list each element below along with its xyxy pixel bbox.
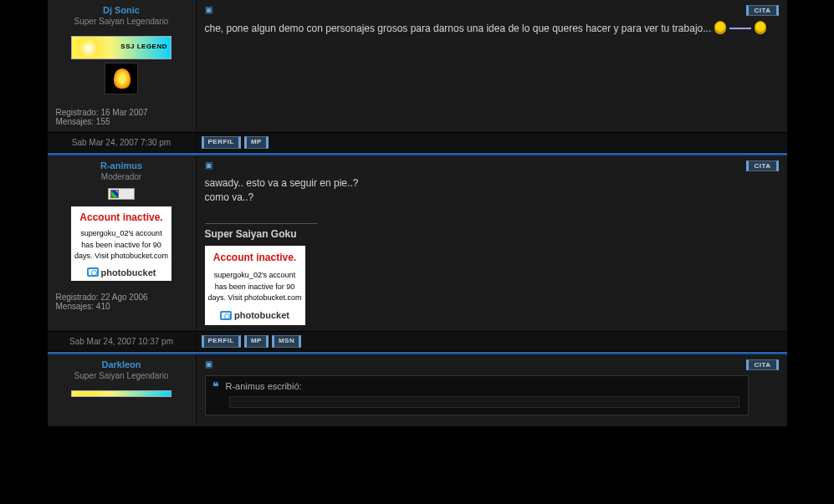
author-rank: Super Saiyan Legendario (54, 17, 189, 26)
quote-button[interactable]: CITA (746, 160, 778, 171)
author-rank: Moderador (54, 172, 189, 181)
messages-line: Mensajes: 155 (56, 117, 189, 126)
author-rank: Super Saiyan Legendario (54, 371, 189, 380)
post-body: ▣ CITA che, pone algun demo con personaj… (197, 0, 787, 131)
author-link[interactable]: R-animus (100, 160, 142, 171)
post-anchor-icon[interactable]: ▣ (205, 160, 212, 170)
avatar-inactive: Account inactive. supergoku_02's account… (71, 206, 171, 281)
rank-image (71, 390, 171, 397)
profile-button[interactable]: PERFIL (202, 335, 241, 348)
signature-text: Super Saiyan Goku (205, 227, 779, 242)
post-author-panel: R-animus Moderador Account inactive. sup… (48, 155, 197, 330)
post-footer: Sab Mar 24, 2007 10:37 pm PERFIL MP MSN (48, 331, 787, 352)
post-footer: Sab Mar 24, 2007 7:30 pm PERFIL MP (48, 132, 787, 153)
registered-line: Registrado: 22 Ago 2006 (56, 293, 189, 302)
signature-separator (205, 223, 318, 224)
messages-line: Mensajes: 410 (56, 302, 189, 311)
post-author-panel: Darkleon Super Saiyan Legendario (48, 354, 197, 425)
post-date: Sab Mar 24, 2007 10:37 pm (48, 332, 197, 351)
forum-post: R-animus Moderador Account inactive. sup… (48, 155, 787, 331)
buddies-emoji (714, 21, 766, 37)
post-anchor-icon[interactable]: ▣ (205, 359, 212, 369)
pm-button[interactable]: MP (244, 335, 269, 348)
camera-icon (220, 311, 232, 320)
quote-attribution: R-animus escribió: (226, 381, 302, 391)
quote-block: ❝ R-animus escribió: (205, 375, 749, 415)
signature-image-inactive: Account inactive. supergoku_02's account… (205, 246, 305, 325)
forum-post: Darkleon Super Saiyan Legendario ▣ CITA … (48, 354, 787, 426)
post-body: ▣ CITA sawady.. esto va a seguir en pie.… (197, 155, 787, 330)
post-author-panel: Dj Sonic Super Saiyan Legendario SSJ LEG… (48, 0, 197, 131)
author-link[interactable]: Darkleon (101, 359, 141, 369)
quote-content (229, 396, 739, 408)
camera-icon (87, 267, 99, 277)
pm-button[interactable]: MP (244, 136, 269, 149)
avatar (105, 63, 138, 94)
post-date: Sab Mar 24, 2007 7:30 pm (48, 133, 197, 152)
post-content: che, pone algun demo con personajes gros… (205, 21, 779, 121)
quote-button[interactable]: CITA (746, 5, 778, 16)
forum-post: Dj Sonic Super Saiyan Legendario SSJ LEG… (48, 0, 787, 132)
post-body: ▣ CITA ❝ R-animus escribió: (197, 354, 787, 425)
quote-icon: ❝ (212, 379, 219, 393)
post-content: sawady.. esto va a seguir en pie..? como… (205, 176, 779, 325)
rank-image: SSJ LEGEND (71, 36, 171, 59)
msn-button[interactable]: MSN (272, 335, 301, 348)
quote-button[interactable]: CITA (746, 359, 778, 370)
author-link[interactable]: Dj Sonic (103, 5, 140, 15)
post-anchor-icon[interactable]: ▣ (205, 5, 212, 14)
rank-image-broken (108, 188, 135, 200)
registered-line: Registrado: 16 Mar 2007 (56, 108, 189, 117)
profile-button[interactable]: PERFIL (202, 136, 241, 149)
